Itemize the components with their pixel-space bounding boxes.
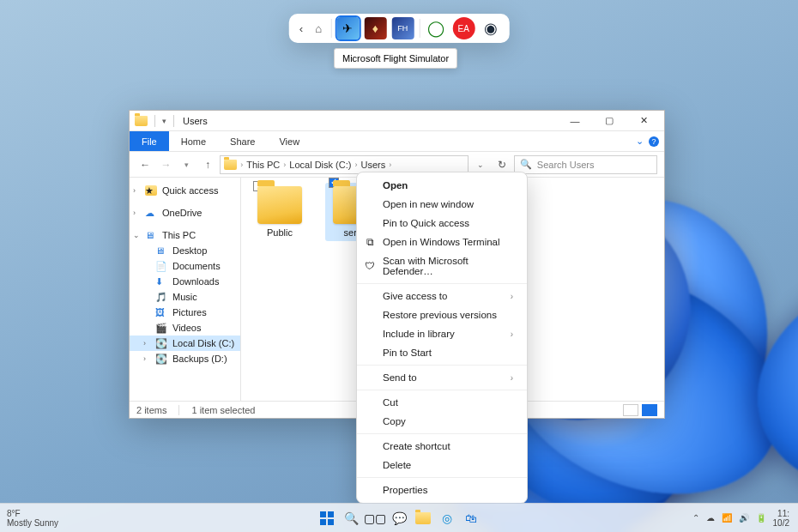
sidebar-this-pc[interactable]: ⌄🖥This PC bbox=[130, 227, 240, 243]
context-menu-label: Include in library bbox=[383, 329, 455, 339]
context-menu: OpenOpen in new windowPin to Quick acces… bbox=[356, 172, 528, 504]
folder-public[interactable]: Public bbox=[250, 186, 310, 238]
sidebar-pictures[interactable]: 🖼Pictures bbox=[130, 305, 240, 320]
folder-icon bbox=[224, 160, 237, 170]
dock-tile-steam[interactable]: ◉ bbox=[480, 17, 502, 39]
nav-forward-button[interactable]: → bbox=[157, 155, 174, 174]
close-button[interactable]: ✕ bbox=[626, 111, 661, 131]
context-menu-label: Pin to Start bbox=[383, 348, 432, 358]
quick-access-down-icon[interactable]: ▾ bbox=[162, 117, 166, 125]
svg-rect-1 bbox=[328, 511, 334, 517]
context-menu-item[interactable]: 🛡Scan with Microsoft Defender… bbox=[357, 251, 527, 281]
search-button[interactable]: 🔍 bbox=[342, 509, 360, 528]
sidebar-onedrive[interactable]: ›☁OneDrive bbox=[130, 205, 240, 221]
sidebar-local-disk-c[interactable]: ›💽Local Disk (C:) bbox=[130, 336, 240, 351]
minimize-button[interactable]: — bbox=[558, 111, 592, 131]
dock-home-button[interactable]: ⌂ bbox=[311, 19, 325, 39]
search-field[interactable]: 🔍 Search Users bbox=[514, 155, 657, 174]
context-menu-label: Open in new window bbox=[383, 199, 474, 209]
dock-tile-xbox[interactable]: ◯ bbox=[425, 17, 447, 39]
system-tray[interactable]: ⌃ ☁ 📶 🔊 🔋 11: 10/2 bbox=[692, 509, 798, 528]
battery-icon[interactable]: 🔋 bbox=[756, 513, 766, 523]
dock-tile-forza[interactable]: FH bbox=[391, 17, 414, 39]
context-menu-item[interactable]: Restore previous versions bbox=[357, 305, 527, 324]
crumb-local-disk[interactable]: Local Disk (C:) bbox=[289, 160, 351, 170]
svg-rect-2 bbox=[320, 519, 326, 525]
context-menu-item[interactable]: Send to› bbox=[357, 368, 527, 387]
dock-tile-diablo[interactable]: ♦ bbox=[364, 17, 386, 39]
context-menu-item[interactable]: Create shortcut bbox=[357, 437, 527, 456]
nav-back-button[interactable]: ← bbox=[136, 155, 154, 174]
context-menu-label: Open bbox=[383, 180, 408, 190]
start-button[interactable] bbox=[317, 509, 336, 528]
context-menu-label: Properties bbox=[383, 485, 427, 495]
ribbon-file-button[interactable]: File bbox=[130, 131, 169, 151]
context-menu-item[interactable]: Properties bbox=[357, 481, 527, 499]
sidebar-backups-d[interactable]: ›💽Backups (D:) bbox=[130, 351, 240, 366]
dock-tile-ea[interactable]: EA bbox=[452, 17, 475, 39]
window-title: Users bbox=[183, 116, 208, 126]
nav-recent-button[interactable]: ▾ bbox=[178, 155, 196, 174]
shield-icon: 🛡 bbox=[364, 261, 376, 271]
onedrive-icon[interactable]: ☁ bbox=[706, 513, 715, 523]
view-details-button[interactable] bbox=[623, 404, 638, 416]
context-menu-item[interactable]: Give access to› bbox=[357, 287, 527, 305]
clock-date: 10/2 bbox=[773, 518, 789, 528]
titlebar: ▾ Users — ▢ ✕ bbox=[130, 111, 664, 131]
sidebar: ›★Quick access ›☁OneDrive ⌄🖥This PC 🖥Des… bbox=[130, 178, 241, 401]
view-large-icons-button[interactable] bbox=[642, 404, 657, 416]
store-button[interactable]: 🛍 bbox=[462, 509, 481, 528]
ribbon-tab-home[interactable]: Home bbox=[169, 131, 218, 151]
context-menu-item[interactable]: Delete bbox=[357, 456, 527, 475]
game-dock: ‹ ⌂ ✈ ♦ FH ◯ EA ◉ bbox=[289, 14, 510, 43]
folder-icon bbox=[257, 186, 302, 224]
context-menu-item[interactable]: Pin to Start bbox=[357, 343, 527, 362]
sidebar-desktop[interactable]: 🖥Desktop bbox=[130, 243, 240, 258]
folder-label: Public bbox=[267, 227, 293, 238]
context-menu-item[interactable]: ⧉Open in Windows Terminal bbox=[357, 233, 527, 251]
sidebar-documents[interactable]: 📄Documents bbox=[130, 258, 240, 274]
explorer-button[interactable] bbox=[414, 509, 432, 528]
wifi-icon[interactable]: 📶 bbox=[722, 513, 732, 523]
taskbar: 8°F Mostly Sunny 🔍 ▢▢ 💬 ◎ 🛍 ⌃ ☁ 📶 🔊 🔋 11… bbox=[0, 503, 798, 532]
weather-desc: Mostly Sunny bbox=[7, 518, 58, 528]
ribbon-tab-view[interactable]: View bbox=[267, 131, 311, 151]
ribbon-expand-icon[interactable]: ⌄ bbox=[636, 136, 644, 147]
svg-rect-0 bbox=[320, 511, 326, 517]
chevron-right-icon: › bbox=[511, 292, 513, 301]
context-menu-item[interactable]: Open bbox=[357, 176, 527, 195]
context-menu-label: Send to bbox=[383, 372, 417, 383]
nav-up-button[interactable]: ↑ bbox=[199, 155, 216, 174]
context-menu-label: Create shortcut bbox=[383, 441, 450, 451]
sidebar-music[interactable]: 🎵Music bbox=[130, 289, 240, 305]
status-selection: 1 item selected bbox=[191, 405, 255, 415]
dock-tile-flight-sim[interactable]: ✈ bbox=[336, 17, 359, 39]
sidebar-videos[interactable]: 🎬Videos bbox=[130, 320, 240, 336]
context-menu-item[interactable]: Include in library› bbox=[357, 324, 527, 343]
context-menu-item[interactable]: Copy bbox=[357, 412, 527, 431]
terminal-icon: ⧉ bbox=[364, 237, 376, 248]
ribbon-tab-share[interactable]: Share bbox=[218, 131, 267, 151]
context-menu-item[interactable]: Cut bbox=[357, 393, 527, 412]
taskbar-weather[interactable]: 8°F Mostly Sunny bbox=[0, 509, 58, 528]
context-menu-item[interactable]: Open in new window bbox=[357, 195, 527, 214]
crumb-users[interactable]: Users bbox=[360, 160, 385, 170]
folder-icon bbox=[135, 116, 148, 126]
context-menu-label: Delete bbox=[383, 460, 411, 470]
context-menu-item[interactable]: Pin to Quick access bbox=[357, 214, 527, 233]
edge-button[interactable]: ◎ bbox=[438, 509, 456, 528]
context-menu-label: Cut bbox=[383, 397, 398, 408]
chevron-right-icon: › bbox=[511, 329, 513, 339]
chat-button[interactable]: 💬 bbox=[390, 509, 408, 528]
status-item-count: 2 items bbox=[136, 405, 166, 415]
tray-expand-icon[interactable]: ⌃ bbox=[692, 513, 699, 523]
sidebar-quick-access[interactable]: ›★Quick access bbox=[130, 183, 240, 198]
maximize-button[interactable]: ▢ bbox=[592, 111, 626, 131]
help-icon[interactable]: ? bbox=[649, 136, 659, 147]
dock-back-button[interactable]: ‹ bbox=[296, 19, 306, 39]
context-menu-label: Give access to bbox=[383, 291, 447, 301]
volume-icon[interactable]: 🔊 bbox=[739, 513, 749, 523]
crumb-this-pc[interactable]: This PC bbox=[246, 160, 280, 170]
sidebar-downloads[interactable]: ⬇Downloads bbox=[130, 274, 240, 289]
task-view-button[interactable]: ▢▢ bbox=[366, 509, 384, 528]
